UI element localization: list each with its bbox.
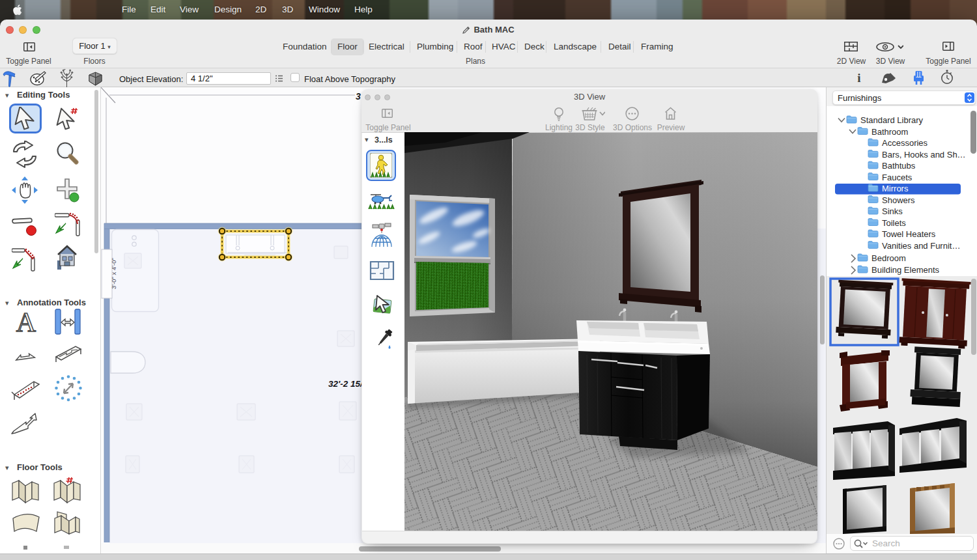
svg-text:Mirrors: Mirrors <box>882 184 909 193</box>
svg-text:Building Elements: Building Elements <box>871 265 940 275</box>
svg-text:Bedroom: Bedroom <box>871 253 906 263</box>
svg-text:Bathroom: Bathroom <box>871 127 908 137</box>
svg-text:A: A <box>16 309 36 335</box>
svg-text:Towel Heaters: Towel Heaters <box>882 229 936 239</box>
svg-text:Showers: Showers <box>882 195 915 205</box>
svg-text:Accessories: Accessories <box>882 138 928 148</box>
svg-text:Bathtubs: Bathtubs <box>882 161 916 171</box>
svg-text:Toilets: Toilets <box>882 218 906 228</box>
svg-text:Vanities and Furnit…: Vanities and Furnit… <box>882 241 960 251</box>
svg-text:Faucets: Faucets <box>882 173 913 182</box>
svg-text:Standard Library: Standard Library <box>860 115 924 125</box>
svg-text:Bars, Hooks and Sh…: Bars, Hooks and Sh… <box>882 150 966 160</box>
svg-text:Sinks: Sinks <box>882 206 903 216</box>
svg-text:3: 3 <box>356 91 361 102</box>
svg-text:3'-0" x 4'-0": 3'-0" x 4'-0" <box>110 258 117 289</box>
